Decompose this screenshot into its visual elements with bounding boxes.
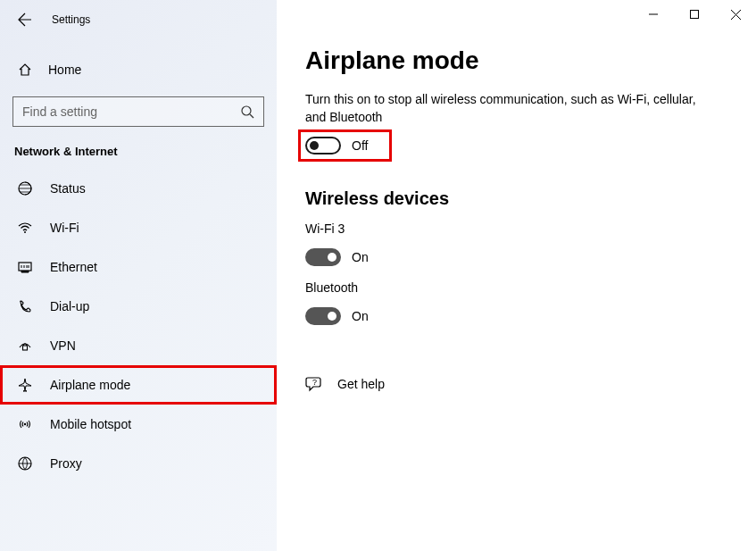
home-icon bbox=[16, 63, 34, 77]
wifi-toggle-label: On bbox=[352, 250, 369, 264]
svg-rect-3 bbox=[19, 263, 31, 271]
wifi-icon bbox=[16, 220, 34, 236]
main-panel: Airplane mode Turn this on to stop all w… bbox=[277, 0, 756, 551]
app-title: Settings bbox=[52, 13, 90, 26]
svg-point-5 bbox=[24, 423, 26, 425]
nav-label: Wi-Fi bbox=[50, 221, 79, 235]
minimize-button[interactable] bbox=[633, 0, 674, 29]
section-label: Network & Internet bbox=[0, 127, 277, 169]
sidebar-item-status[interactable]: Status bbox=[0, 169, 277, 208]
search-icon bbox=[240, 104, 254, 119]
get-help-link[interactable]: ? Get help bbox=[305, 375, 729, 393]
wifi-device-label: Wi-Fi 3 bbox=[305, 221, 729, 236]
page-title: Airplane mode bbox=[305, 46, 729, 75]
help-icon: ? bbox=[305, 375, 325, 393]
svg-rect-7 bbox=[691, 11, 699, 19]
search-input[interactable] bbox=[22, 104, 240, 119]
bluetooth-device-label: Bluetooth bbox=[305, 280, 729, 295]
window-controls bbox=[633, 0, 756, 29]
sidebar-item-proxy[interactable]: Proxy bbox=[0, 444, 277, 483]
bluetooth-toggle[interactable] bbox=[305, 307, 341, 325]
sidebar-item-dialup[interactable]: Dial-up bbox=[0, 287, 277, 326]
titlebar: Settings bbox=[0, 0, 277, 39]
nav-label: Dial-up bbox=[50, 299, 89, 313]
nav-label: Ethernet bbox=[50, 260, 97, 274]
nav-list: Status Wi-Fi Ethernet Dial-up bbox=[0, 169, 277, 483]
proxy-icon bbox=[16, 455, 34, 472]
airplane-mode-toggle-wrap: Off bbox=[298, 129, 392, 162]
search-box[interactable] bbox=[12, 96, 264, 127]
ethernet-icon bbox=[16, 259, 34, 275]
bluetooth-toggle-label: On bbox=[352, 309, 369, 323]
sidebar-item-mobile-hotspot[interactable]: Mobile hotspot bbox=[0, 405, 277, 444]
svg-text:?: ? bbox=[312, 378, 317, 387]
nav-label: VPN bbox=[50, 338, 76, 353]
airplane-mode-toggle[interactable] bbox=[305, 137, 341, 154]
status-icon bbox=[16, 180, 34, 196]
bluetooth-toggle-wrap: On bbox=[298, 300, 379, 332]
sidebar-item-home[interactable]: Home bbox=[0, 52, 277, 88]
maximize-button[interactable] bbox=[674, 0, 715, 29]
nav-label: Airplane mode bbox=[50, 378, 130, 392]
sidebar: Settings Home Network & Internet Status bbox=[0, 0, 277, 551]
nav-label: Status bbox=[50, 181, 86, 196]
svg-point-2 bbox=[24, 231, 26, 233]
close-button[interactable] bbox=[715, 0, 756, 29]
home-label: Home bbox=[48, 63, 81, 77]
wifi-toggle-wrap: On bbox=[298, 241, 379, 273]
vpn-icon bbox=[16, 338, 34, 354]
wifi-toggle[interactable] bbox=[305, 248, 341, 266]
airplane-mode-toggle-label: Off bbox=[352, 138, 368, 153]
nav-label: Mobile hotspot bbox=[50, 417, 131, 431]
airplane-icon bbox=[16, 377, 34, 393]
nav-label: Proxy bbox=[50, 456, 82, 471]
sidebar-item-vpn[interactable]: VPN bbox=[0, 326, 277, 365]
sidebar-item-wifi[interactable]: Wi-Fi bbox=[0, 208, 277, 247]
back-arrow-icon bbox=[18, 13, 32, 27]
sidebar-item-ethernet[interactable]: Ethernet bbox=[0, 247, 277, 287]
hotspot-icon bbox=[16, 416, 34, 432]
svg-point-0 bbox=[242, 106, 251, 115]
sidebar-item-airplane-mode[interactable]: Airplane mode bbox=[0, 365, 277, 405]
back-button[interactable] bbox=[16, 11, 34, 29]
page-description: Turn this on to stop all wireless commun… bbox=[305, 91, 698, 126]
help-label: Get help bbox=[337, 377, 385, 391]
wireless-devices-heading: Wireless devices bbox=[305, 188, 729, 209]
dialup-icon bbox=[16, 298, 34, 314]
svg-rect-4 bbox=[23, 346, 28, 350]
